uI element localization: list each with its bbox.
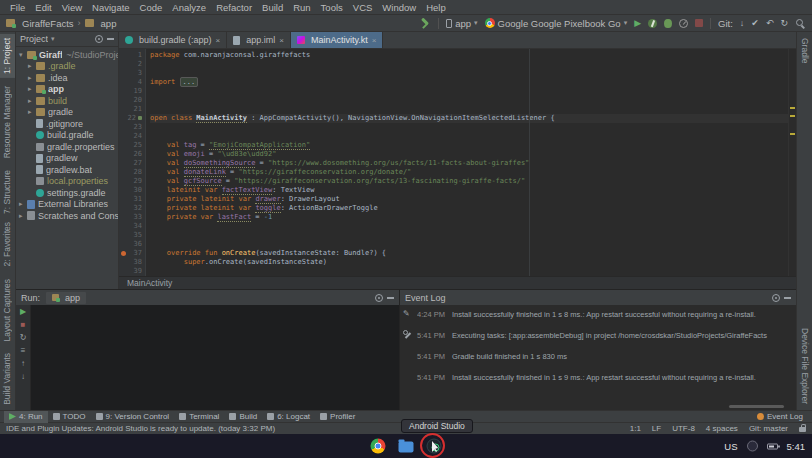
tool-stripe-2-favorites[interactable]: 2: Favorites: [0, 218, 15, 270]
tool-stripe-gradle[interactable]: Gradle: [797, 34, 812, 68]
toolwindow-profiler[interactable]: Profiler: [315, 411, 360, 423]
restart-icon[interactable]: ↻: [20, 334, 27, 342]
menu-edit[interactable]: Edit: [30, 0, 56, 15]
tool-stripe-build-variants[interactable]: Build Variants: [0, 349, 15, 409]
stop-icon[interactable]: ■: [21, 321, 26, 329]
menu-tools[interactable]: Tools: [316, 0, 348, 15]
git-commit-icon[interactable]: ✔: [751, 18, 759, 28]
warning-stripe-mark[interactable]: [790, 133, 795, 135]
tree-item-gitignore[interactable]: .gitignore: [16, 118, 118, 130]
git-update-icon[interactable]: ↓: [740, 18, 745, 28]
stop-icon[interactable]: [695, 19, 703, 27]
build-hammer-icon[interactable]: [420, 18, 431, 29]
toolwindow-event-log[interactable]: Event Log: [752, 411, 808, 423]
close-icon[interactable]: ×: [279, 36, 284, 45]
close-icon[interactable]: ×: [372, 36, 377, 45]
device-select[interactable]: Google Google Pixelbook Go ▾: [485, 18, 628, 29]
error-stripe[interactable]: [788, 49, 796, 276]
event-log-entry[interactable]: 5:41 PMInstall successfully finished in …: [417, 373, 793, 382]
tree-item-gradlew-bat[interactable]: gradlew.bat: [16, 164, 118, 176]
event-log-entry[interactable]: 4:24 PMInstall successfully finished in …: [417, 310, 793, 319]
hide-panel-icon[interactable]: [107, 38, 114, 40]
tab-build-gradle-app[interactable]: build.gradle (:app)×: [119, 32, 227, 48]
git-history-icon[interactable]: ↻: [780, 18, 788, 28]
tool-stripe-resource-manager[interactable]: Resource Manager: [0, 82, 15, 162]
clock[interactable]: 5:41: [787, 441, 806, 452]
tree-item-build-gradle[interactable]: build.gradle: [16, 130, 118, 142]
tool-stripe-7-structure[interactable]: 7: Structure: [0, 166, 15, 218]
toolwindow-4-run[interactable]: 4: Run: [4, 411, 48, 423]
line-ending[interactable]: LF: [652, 424, 661, 433]
toolwindow-6-logcat[interactable]: 6: Logcat: [262, 411, 315, 423]
tree-item-local-properties[interactable]: local.properties: [16, 176, 118, 188]
tree-item-settings-gradle[interactable]: settings.gradle: [16, 187, 118, 199]
run-tab-app[interactable]: app: [46, 292, 86, 304]
search-icon[interactable]: [795, 18, 806, 29]
tree-item-app[interactable]: ▸app: [16, 84, 118, 96]
menu-vcs[interactable]: VCS: [348, 0, 378, 15]
close-icon[interactable]: ×: [216, 36, 221, 45]
tool-stripe-1-project[interactable]: 1: Project: [0, 34, 15, 78]
tree-item-build[interactable]: ▸build: [16, 95, 118, 107]
tree-item-gradle-properties[interactable]: gradle.properties: [16, 141, 118, 153]
tool-stripe-layout-captures[interactable]: Layout Captures: [0, 275, 15, 345]
git-branch[interactable]: Git: master: [749, 424, 788, 433]
chrome-icon[interactable]: [371, 439, 386, 454]
override-gutter-icon[interactable]: [121, 251, 126, 256]
toolwindow-todo[interactable]: TODO: [48, 411, 91, 423]
menu-navigate[interactable]: Navigate: [87, 0, 135, 15]
tree-item-gradle[interactable]: ▸.gradle: [16, 61, 118, 73]
settings-gear-icon[interactable]: [375, 294, 383, 302]
run-button[interactable]: ▶: [634, 18, 641, 28]
encoding[interactable]: UTF-8: [672, 424, 695, 433]
breadcrumb-project[interactable]: GiraffeFacts: [22, 18, 74, 29]
settings-gear-icon[interactable]: [95, 35, 103, 43]
down-icon[interactable]: ↓: [21, 373, 25, 381]
menu-window[interactable]: Window: [377, 0, 421, 15]
list-icon[interactable]: ≡: [21, 347, 26, 355]
toolwindow-terminal[interactable]: Terminal: [174, 411, 224, 423]
horizontal-scrollbar[interactable]: [729, 405, 784, 408]
run-class-gutter-icon[interactable]: [138, 116, 142, 120]
debug-icon[interactable]: [664, 19, 672, 28]
run-console[interactable]: [31, 305, 399, 410]
editor-code[interactable]: package com.naranjaconsal.giraffefactsim…: [146, 49, 796, 276]
tab-mainactivity-kt[interactable]: MainActivity.kt×: [291, 32, 384, 48]
project-panel-title[interactable]: Project: [20, 34, 48, 44]
git-revert-icon[interactable]: ↶: [766, 18, 774, 28]
hide-panel-icon[interactable]: [784, 297, 791, 299]
warning-stripe-mark[interactable]: [790, 107, 795, 109]
menu-run[interactable]: Run: [288, 0, 315, 15]
tree-item-gradlew[interactable]: gradlew: [16, 153, 118, 165]
pencil-icon[interactable]: ✎: [403, 309, 410, 318]
event-log-entry[interactable]: 5:41 PMExecuting tasks: [:app:assembleDe…: [417, 331, 793, 340]
tree-item-scratches-and-consoles[interactable]: ▸Scratches and Consoles: [16, 210, 118, 222]
indent-style[interactable]: 4 spaces: [706, 424, 738, 433]
menu-view[interactable]: View: [57, 0, 87, 15]
lock-icon[interactable]: [799, 427, 806, 432]
apply-changes-icon[interactable]: [648, 19, 657, 28]
tab-app-iml[interactable]: app.iml×: [227, 32, 291, 48]
editor[interactable]: 1234192021222324252627282930313233343536…: [119, 49, 796, 276]
menu-analyze[interactable]: Analyze: [167, 0, 211, 15]
hide-panel-icon[interactable]: [387, 297, 394, 299]
tool-stripe-device-file-explorer[interactable]: Device File Explorer: [797, 324, 812, 408]
warning-stripe-mark[interactable]: [790, 115, 795, 117]
toolwindow-9-version-control[interactable]: 9: Version Control: [91, 411, 175, 423]
menu-build[interactable]: Build: [257, 0, 288, 15]
menu-file[interactable]: File: [5, 0, 30, 15]
run-config-select[interactable]: app ▾: [446, 18, 477, 29]
wrench-icon[interactable]: [403, 330, 412, 339]
files-icon[interactable]: [399, 442, 414, 453]
breadcrumb-class[interactable]: MainActivity: [127, 278, 172, 288]
menu-code[interactable]: Code: [135, 0, 168, 15]
up-icon[interactable]: ↑: [21, 360, 25, 368]
breadcrumb-module[interactable]: app: [101, 18, 117, 29]
event-log-entry[interactable]: 5:41 PMGradle build finished in 1 s 830 …: [417, 352, 793, 361]
menu-refactor[interactable]: Refactor: [211, 0, 257, 15]
settings-gear-icon[interactable]: [772, 294, 780, 302]
tree-item-idea[interactable]: ▸.idea: [16, 72, 118, 84]
caret-position[interactable]: 1:1: [630, 424, 641, 433]
menu-help[interactable]: Help: [421, 0, 451, 15]
profile-icon[interactable]: [679, 19, 688, 28]
